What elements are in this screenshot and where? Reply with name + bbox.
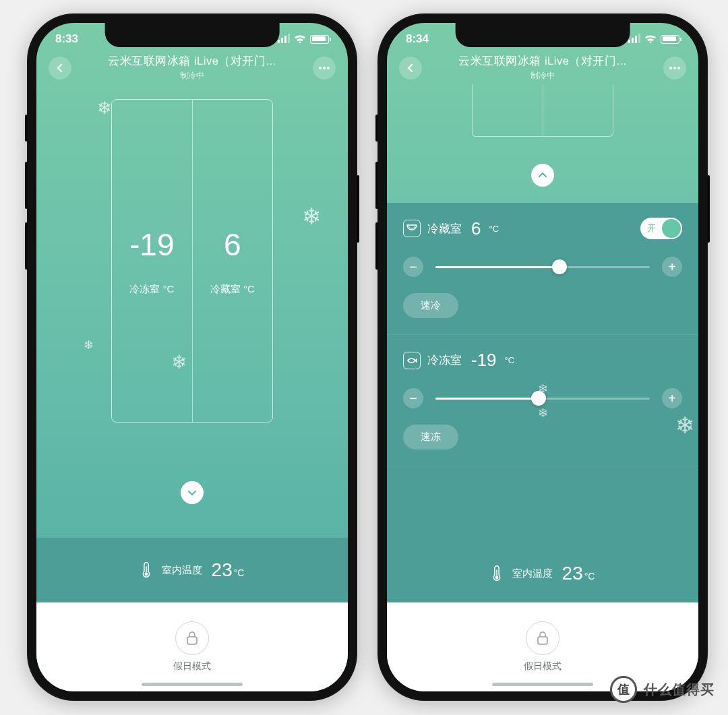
freeze-increase-button[interactable]: + <box>662 388 682 408</box>
more-button[interactable] <box>313 57 336 80</box>
status-time: 8:34 <box>406 32 429 46</box>
room-temp-value: 23 <box>562 563 583 584</box>
phone-mock-right: 8:34 云米互联网冰箱 iLive（对开门... 制冷中 <box>377 13 708 701</box>
nav-bar: 云米互联网冰箱 iLive（对开门... 制冷中 <box>387 53 698 82</box>
more-button[interactable] <box>663 57 686 80</box>
wifi-icon <box>644 35 657 44</box>
fridge-diagram-mini <box>472 84 613 137</box>
home-indicator <box>492 683 593 686</box>
phone-mock-left: 8:33 云米互联网冰箱 iLive（对开门... 制冷中 -19 <box>27 13 357 701</box>
room-temp-label: 室内温度 <box>162 564 202 577</box>
nav-bar: 云米互联网冰箱 iLive（对开门... 制冷中 <box>36 53 348 82</box>
freeze-room-temp: -19 <box>471 350 497 371</box>
snowflake-icon: ❄ <box>84 338 94 352</box>
room-temp-label: 室内温度 <box>512 567 553 580</box>
cold-slider[interactable] <box>435 266 650 268</box>
lock-icon <box>535 630 550 646</box>
snowflake-icon: ❄ <box>538 407 548 419</box>
status-time: 8:33 <box>55 32 78 46</box>
watermelon-icon <box>403 220 421 237</box>
room-temp-bar: 室内温度 23°C <box>387 545 698 602</box>
watermark-text: 什么值得买 <box>644 681 715 699</box>
svg-point-3 <box>144 573 148 576</box>
svg-point-2 <box>327 67 330 69</box>
collapse-toggle[interactable] <box>531 164 554 187</box>
cold-room-section: 冷藏室 6 °C 开 − + <box>387 203 698 335</box>
battery-icon <box>661 35 679 44</box>
fridge-label: 冷藏室 °C <box>210 283 255 296</box>
home-indicator <box>142 683 243 686</box>
cold-slider-thumb <box>552 259 567 274</box>
watermark: 值 什么值得买 <box>610 676 715 703</box>
freeze-room-section: 冷冻室 -19 °C − ❄ ❄ + ❄ <box>387 335 698 466</box>
fridge-diagram: -19 冷冻室 °C 6 冷藏室 °C <box>111 99 273 423</box>
page-title: 云米互联网冰箱 iLive（对开门... <box>108 54 276 69</box>
holiday-mode-label: 假日模式 <box>173 660 211 673</box>
lock-icon <box>185 630 200 646</box>
watermark-badge: 值 <box>610 676 637 703</box>
snowflake-icon: ❄ <box>675 412 694 439</box>
bottom-bar: 假日模式 <box>36 602 348 691</box>
cellular-icon <box>278 35 290 43</box>
cold-room-temp: 6 <box>471 218 481 239</box>
page-subtitle: 制冷中 <box>108 70 276 82</box>
fish-icon <box>403 352 421 369</box>
svg-rect-5 <box>187 637 197 644</box>
cellular-icon <box>628 35 640 43</box>
back-button[interactable] <box>399 57 422 80</box>
quick-freeze-button[interactable]: 速冻 <box>403 425 458 449</box>
cold-room-toggle[interactable]: 开 <box>640 218 682 239</box>
snowflake-icon: ❄ <box>302 203 321 230</box>
freeze-decrease-button[interactable]: − <box>403 388 423 408</box>
toggle-text: 开 <box>647 222 656 235</box>
freezer-label: 冷冻室 °C <box>129 283 174 296</box>
freeze-slider-fill <box>435 398 539 400</box>
status-bar: 8:34 <box>387 23 698 53</box>
wifi-icon <box>294 35 306 44</box>
holiday-mode-label: 假日模式 <box>524 660 562 673</box>
expand-toggle[interactable] <box>181 481 204 504</box>
status-bar: 8:33 <box>36 23 348 53</box>
freeze-room-unit: °C <box>505 355 515 365</box>
snowflake-icon: ❄ <box>97 98 112 119</box>
svg-point-6 <box>669 67 672 69</box>
room-temp-unit: °C <box>584 571 595 582</box>
cold-room-title: 冷藏室 <box>427 221 462 237</box>
fridge-temp: 6 <box>224 226 241 263</box>
svg-point-1 <box>323 67 326 69</box>
page-subtitle: 制冷中 <box>458 70 626 82</box>
thermometer-icon <box>140 561 152 579</box>
cold-slider-fill <box>435 266 559 268</box>
quick-cool-button[interactable]: 速冷 <box>403 293 458 318</box>
thermometer-icon <box>491 565 503 582</box>
room-temp-bar: 室内温度 23°C <box>36 538 348 602</box>
freeze-slider[interactable]: ❄ ❄ <box>435 398 650 400</box>
cold-room-unit: °C <box>489 224 499 234</box>
svg-point-7 <box>673 67 676 69</box>
room-temp-unit: °C <box>234 567 245 578</box>
freezer-temp: -19 <box>129 226 174 263</box>
svg-point-9 <box>495 576 498 580</box>
freeze-slider-thumb <box>531 391 546 406</box>
svg-rect-11 <box>538 637 547 644</box>
back-button[interactable] <box>49 57 71 80</box>
room-temp-value: 23 <box>212 559 233 581</box>
freeze-room-title: 冷冻室 <box>427 352 462 368</box>
holiday-mode-button[interactable] <box>175 621 209 655</box>
svg-point-0 <box>319 67 322 69</box>
cold-decrease-button[interactable]: − <box>403 257 423 277</box>
page-title: 云米互联网冰箱 iLive（对开门... <box>458 54 626 69</box>
battery-icon <box>310 35 329 44</box>
holiday-mode-button[interactable] <box>526 621 559 655</box>
cold-increase-button[interactable]: + <box>662 257 682 277</box>
svg-point-8 <box>677 67 680 69</box>
